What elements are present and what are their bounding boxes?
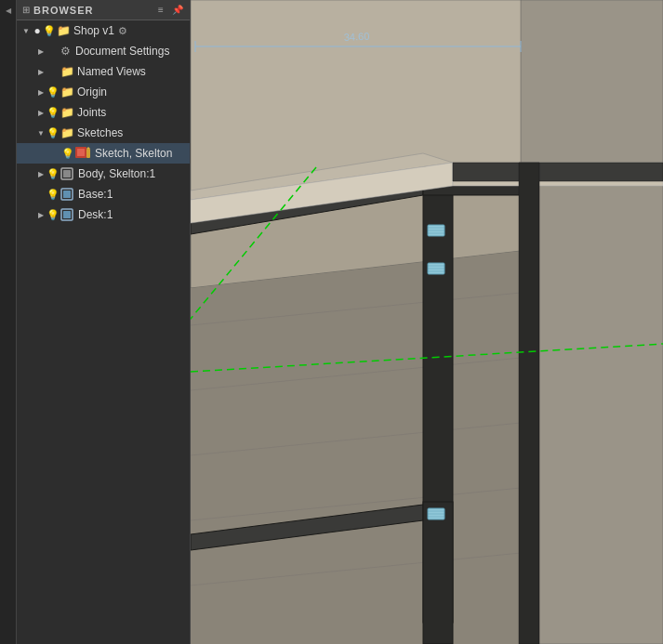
svg-rect-47 bbox=[63, 170, 71, 177]
bullet-shop: ● bbox=[32, 25, 43, 36]
folder-icon-shop: 📁 bbox=[57, 24, 70, 37]
browser-panel: ◀ ⊞ BROWSER ≡ 📌 ● 💡 📁 Shop v1 ⚙ bbox=[0, 0, 191, 644]
eye-icon-joints[interactable]: 💡 bbox=[46, 106, 60, 119]
sketches-label: Sketches bbox=[75, 126, 123, 139]
svg-marker-19 bbox=[519, 163, 539, 644]
tree-item-named-views[interactable]: 📁 Named Views bbox=[17, 61, 190, 82]
svg-rect-17 bbox=[423, 502, 453, 644]
eye-icon-body[interactable]: 💡 bbox=[46, 167, 60, 180]
expand-arrow-sketch bbox=[50, 148, 61, 159]
doc-settings-label: Document Settings bbox=[73, 45, 169, 58]
expand-arrow-sketches[interactable] bbox=[35, 127, 46, 138]
expand-arrow-doc[interactable] bbox=[35, 46, 46, 57]
expand-arrow-base bbox=[35, 189, 46, 200]
tree-item-shop-v1[interactable]: ● 💡 📁 Shop v1 ⚙ bbox=[17, 20, 190, 41]
svg-marker-2 bbox=[521, 0, 663, 644]
svg-marker-45 bbox=[86, 147, 90, 149]
body-skelton-label: Body, Skelton:1 bbox=[76, 167, 155, 180]
eye-icon-origin[interactable]: 💡 bbox=[46, 85, 60, 99]
expand-arrow-origin[interactable] bbox=[35, 86, 46, 98]
shop-label: Shop v1 bbox=[72, 24, 114, 37]
spacer-views bbox=[46, 65, 60, 78]
browser-panel-icon: ⊞ bbox=[22, 5, 30, 15]
svg-marker-18 bbox=[453, 163, 663, 181]
eye-icon-desk[interactable]: 💡 bbox=[46, 208, 60, 221]
tree-item-origin[interactable]: 💡 📁 Origin bbox=[17, 82, 190, 102]
component-icon-desk bbox=[60, 208, 73, 221]
folder-icon-origin: 📁 bbox=[60, 85, 73, 99]
tree-item-sketches[interactable]: 💡 📁 Sketches bbox=[17, 123, 190, 143]
named-views-label: Named Views bbox=[75, 65, 146, 78]
svg-text:34.60: 34.60 bbox=[343, 31, 369, 43]
browser-pin-button[interactable]: 📌 bbox=[171, 4, 184, 17]
component-icon-base bbox=[60, 188, 73, 201]
tree-container[interactable]: ● 💡 📁 Shop v1 ⚙ ⚙ Document Settings 📁 Na… bbox=[17, 20, 190, 644]
desk-label: Desk:1 bbox=[76, 208, 113, 221]
origin-label: Origin bbox=[75, 85, 107, 99]
eye-icon-base[interactable]: 💡 bbox=[46, 188, 60, 201]
expand-arrow-shop[interactable] bbox=[20, 25, 32, 36]
joints-label: Joints bbox=[75, 106, 106, 119]
panel-collapse-button[interactable]: ◀ bbox=[2, 4, 15, 17]
expand-arrow-joints[interactable] bbox=[35, 107, 46, 118]
eye-icon-shop[interactable]: 💡 bbox=[43, 24, 56, 37]
eye-icon-sketch[interactable]: 💡 bbox=[61, 147, 74, 160]
folder-icon-sketches: 📁 bbox=[60, 126, 73, 139]
tree-item-base[interactable]: 💡 Base:1 bbox=[17, 184, 190, 204]
tree-item-desk[interactable]: 💡 Desk:1 bbox=[17, 204, 190, 225]
browser-title: BROWSER bbox=[33, 5, 93, 16]
gear-icon-doc: ⚙ bbox=[60, 45, 71, 58]
sketch-skelton-label: Sketch, Skelton bbox=[93, 147, 172, 160]
sketch-icon bbox=[75, 147, 90, 160]
panel-stripe: ◀ bbox=[0, 0, 17, 644]
expand-arrow-desk[interactable] bbox=[35, 209, 46, 220]
tree-item-joints[interactable]: 💡 📁 Joints bbox=[17, 102, 190, 123]
browser-header: ⊞ BROWSER ≡ 📌 bbox=[17, 0, 190, 20]
base-label: Base:1 bbox=[76, 188, 113, 201]
folder-icon-views: 📁 bbox=[60, 65, 73, 78]
tree-item-sketch-skelton[interactable]: 💡 Sketch, Skelton bbox=[17, 143, 190, 164]
svg-marker-4 bbox=[191, 251, 521, 644]
settings-icon-shop[interactable]: ⚙ bbox=[118, 25, 127, 37]
browser-menu-button[interactable]: ≡ bbox=[154, 4, 167, 17]
svg-rect-49 bbox=[63, 191, 71, 198]
tree-item-document-settings[interactable]: ⚙ Document Settings bbox=[17, 41, 190, 61]
body-icon bbox=[60, 167, 73, 180]
spacer-doc bbox=[46, 45, 60, 58]
expand-arrow-body[interactable] bbox=[35, 168, 46, 179]
folder-icon-joints: 📁 bbox=[60, 106, 73, 119]
expand-arrow-views[interactable] bbox=[35, 66, 46, 77]
svg-rect-51 bbox=[63, 211, 71, 218]
svg-rect-44 bbox=[86, 149, 90, 158]
svg-rect-43 bbox=[77, 149, 85, 156]
eye-icon-sketches[interactable]: 💡 bbox=[46, 126, 60, 139]
tree-item-body-skelton[interactable]: 💡 Body, Skelton:1 bbox=[17, 164, 190, 184]
